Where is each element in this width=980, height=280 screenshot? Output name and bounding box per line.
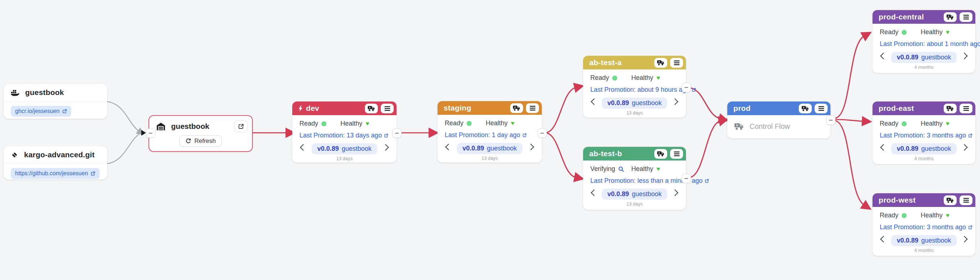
last-promotion-link[interactable]: Last Promotion: about 9 hours ago [590,86,679,94]
collapse-ab-test-a-button[interactable] [682,83,691,92]
ready-dot-icon [321,121,326,126]
collapse-ab-test-b-button[interactable] [682,174,691,183]
freight-chip[interactable]: v0.0.89guestbook [891,235,956,246]
freight-prev-button[interactable] [880,52,887,60]
freight-next-button[interactable] [671,98,679,106]
repo-link[interactable]: https://github.com/jessesuen [11,168,100,179]
freight-next-button[interactable] [961,52,968,60]
stage-menu-button[interactable] [959,12,972,22]
stage-menu-button[interactable] [670,149,683,159]
promote-truck-button[interactable] [944,12,957,22]
promote-truck-button[interactable] [799,104,812,114]
control-flow-truck-icon [735,123,744,130]
promote-truck-button[interactable] [944,104,957,114]
refresh-icon [186,138,191,144]
chevron-left-icon [591,189,597,196]
stage-header-prod-central[interactable]: prod-central [872,10,975,24]
last-promotion-link[interactable]: Last Promotion: 1 day ago [445,131,535,139]
freight-chip[interactable]: v0.0.89guestbook [602,98,667,109]
stage-menu-button[interactable] [670,58,683,68]
chevron-left-icon [880,53,886,59]
stage-card-ab-test-a[interactable]: ab-test-a Ready Healthy♥ [583,56,686,118]
freight-chip[interactable]: v0.0.89guestbook [891,143,956,154]
last-promotion-link[interactable]: Last Promotion: 3 months ago [880,224,968,231]
freight-prev-button[interactable] [880,235,887,243]
stage-card-prod-east[interactable]: prod-east Ready Healthy♥ [872,101,975,164]
last-promotion-link[interactable]: Last Promotion: 3 months ago [880,132,968,139]
last-promotion-link[interactable]: Last Promotion: 13 days ago [299,132,389,139]
warehouse-open-button[interactable] [234,120,248,133]
stage-header-prod-west[interactable]: prod-west [872,193,975,207]
hamburger-menu-icon [384,106,391,112]
stage-card-staging[interactable]: staging Ready Healthy♥ [438,101,542,163]
last-promotion-link[interactable]: Last Promotion: less than a minute ago [590,177,679,185]
repo-card-kargo-advanced-git[interactable]: kargo-advanced.git https://github.com/je… [3,146,107,179]
hamburger-menu-icon [673,151,680,157]
chevron-right-icon [961,144,967,150]
freight-chip[interactable]: v0.0.89guestbook [891,52,956,63]
hamburger-menu-icon [818,106,825,112]
stage-card-dev[interactable]: dev Ready Healthy♥ [292,101,396,163]
stage-title: prod-east [879,104,914,113]
promote-truck-button[interactable] [510,103,523,113]
stage-menu-button[interactable] [526,103,539,113]
collapse-prod-button[interactable] [826,115,835,125]
freight-prev-button[interactable] [590,189,598,197]
healthy-heart-icon: ♥ [946,29,950,35]
promote-truck-button[interactable] [944,195,957,205]
freight-age: 4 months [872,64,975,70]
freight-chip[interactable]: v0.0.89guestbook [312,143,377,154]
collapse-staging-button[interactable] [538,128,547,138]
freight-next-button[interactable] [382,144,389,151]
warehouse-card-guestbook[interactable]: guestbook Refresh [148,115,253,152]
collapse-warehouse-button[interactable] [146,128,155,138]
repo-card-guestbook-image[interactable]: guestbook ghcr.io/jessesuen [3,84,107,119]
freight-next-button[interactable] [527,143,535,151]
stage-header-dev[interactable]: dev [292,101,396,115]
promote-truck-button[interactable] [654,58,667,68]
freight-next-button[interactable] [671,189,679,197]
healthy-heart-icon: ♥ [946,120,950,127]
repo-link[interactable]: ghcr.io/jessesuen [11,106,71,117]
truck-icon [657,60,665,66]
stage-header-prod-east[interactable]: prod-east [872,101,975,115]
freight-next-button[interactable] [961,144,968,151]
promote-truck-button[interactable] [365,104,378,114]
stage-card-ab-test-b[interactable]: ab-test-b Verifying [583,147,686,210]
freight-prev-button[interactable] [445,143,452,151]
promote-truck-button[interactable] [654,149,667,159]
external-link-icon [238,123,244,130]
stage-health: Healthy♥ [340,120,369,127]
stage-header-ab-test-b[interactable]: ab-test-b [583,147,686,160]
stage-header-staging[interactable]: staging [438,101,542,115]
stage-card-prod[interactable]: prod Control Flow [727,101,830,139]
warehouse-input-anchor [141,130,146,136]
last-promotion-link[interactable]: Last Promotion: about 1 month ago [880,40,968,48]
refresh-button[interactable]: Refresh [180,135,222,147]
freight-prev-button[interactable] [590,98,598,106]
stage-title: prod-west [879,196,916,205]
stage-menu-button[interactable] [381,104,394,114]
chevron-left-icon [880,144,886,150]
control-flow-label: Control Flow [749,122,790,131]
freight-next-button[interactable] [961,235,968,243]
truck-icon [368,106,375,112]
freight-prev-button[interactable] [880,144,887,151]
stage-phase: Ready [445,120,486,127]
stage-header-ab-test-a[interactable]: ab-test-a [583,56,686,69]
stage-health: Healthy♥ [631,74,660,82]
stage-menu-button[interactable] [959,104,972,114]
freight-prev-button[interactable] [299,144,307,151]
chevron-right-icon [961,53,967,59]
external-link-icon [968,133,972,138]
stage-title: dev [306,104,319,113]
collapse-dev-button[interactable] [392,128,402,138]
truck-icon [657,151,665,157]
stage-card-prod-west[interactable]: prod-west Ready Healthy♥ [872,193,975,256]
freight-chip[interactable]: v0.0.89guestbook [457,143,522,154]
stage-menu-button[interactable] [959,195,972,205]
stage-card-prod-central[interactable]: prod-central Ready Healthy♥ [872,10,975,73]
stage-header-prod[interactable]: prod [727,101,830,115]
freight-chip[interactable]: v0.0.89guestbook [602,189,667,200]
stage-menu-button[interactable] [815,104,827,114]
